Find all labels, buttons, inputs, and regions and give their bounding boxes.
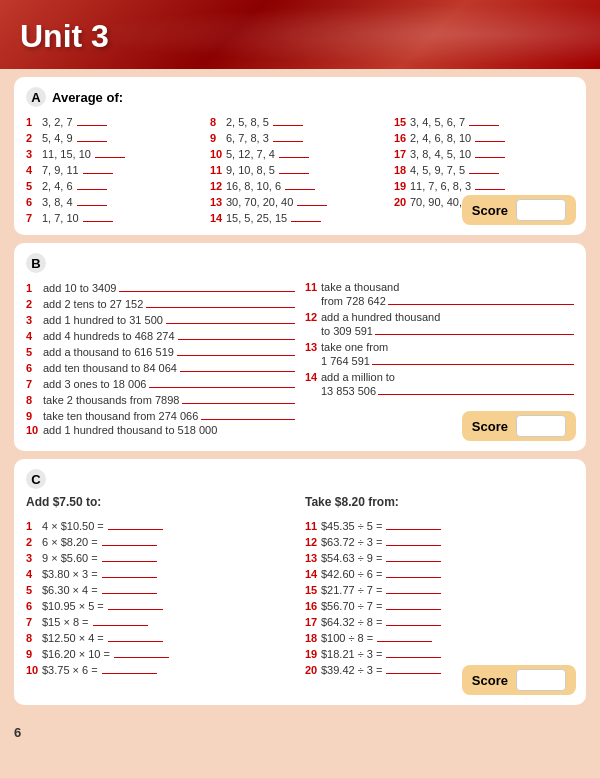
list-item: 63, 8, 4 [26, 193, 206, 209]
section-b-col1: 1add 10 to 3409 2add 2 tens to 27 152 3a… [26, 279, 295, 441]
list-item: 9$16.20 × 10 = [26, 645, 295, 661]
section-c-score: Score [462, 665, 576, 695]
list-item: 12$63.72 ÷ 3 = [305, 533, 574, 549]
list-item: 11take a thousand from 728 642 [305, 281, 574, 307]
list-item: 7add 3 ones to 18 006 [26, 375, 295, 391]
list-item: 47, 9, 11 [26, 161, 206, 177]
score-input-b[interactable] [516, 415, 566, 437]
section-a: A Average of: 13, 2, 7 25, 4, 9 311, 15,… [14, 77, 586, 235]
list-item: 311, 15, 10 [26, 145, 206, 161]
list-item: 6add ten thousand to 84 064 [26, 359, 295, 375]
section-c: C Add $7.50 to: Take $8.20 from: 14 × $1… [14, 459, 586, 705]
page-header: Unit 3 [0, 0, 600, 69]
list-item: 14add a million to 13 853 506 [305, 371, 574, 397]
list-item: 184, 5, 9, 7, 5 [394, 161, 574, 177]
section-c-grid: 14 × $10.50 = 26 × $8.20 = 39 × $5.60 = … [26, 517, 574, 677]
list-item: 26 × $8.20 = [26, 533, 295, 549]
score-label-c: Score [472, 673, 508, 688]
list-item: 15$21.77 ÷ 7 = [305, 581, 574, 597]
page-title: Unit 3 [20, 18, 580, 55]
list-item: 1216, 8, 10, 6 [210, 177, 390, 193]
list-item: 11$45.35 ÷ 5 = [305, 517, 574, 533]
list-item: 5add a thousand to 616 519 [26, 343, 295, 359]
section-a-heading: Average of: [52, 90, 123, 105]
list-item: 13take one from 1 764 591 [305, 341, 574, 367]
list-item: 82, 5, 8, 5 [210, 113, 390, 129]
score-label: Score [472, 203, 508, 218]
list-item: 153, 4, 5, 6, 7 [394, 113, 574, 129]
list-item: 1415, 5, 25, 15 [210, 209, 390, 225]
list-item: 16$56.70 ÷ 7 = [305, 597, 574, 613]
section-b-header: B [26, 253, 574, 273]
section-c-header: C [26, 469, 574, 489]
section-a-label: A [26, 87, 46, 107]
section-a-header: A Average of: [26, 87, 574, 107]
list-item: 13, 2, 7 [26, 113, 206, 129]
list-item: 71, 7, 10 [26, 209, 206, 225]
list-item: 9take ten thousand from 274 066 [26, 407, 295, 423]
list-item: 105, 12, 7, 4 [210, 145, 390, 161]
list-item: 5$6.30 × 4 = [26, 581, 295, 597]
score-input-c[interactable] [516, 669, 566, 691]
section-b: B 1add 10 to 3409 2add 2 tens to 27 152 … [14, 243, 586, 451]
section-c-col1-title: Add $7.50 to: [26, 495, 295, 509]
section-a-col1: 13, 2, 7 25, 4, 9 311, 15, 10 47, 9, 11 … [26, 113, 206, 225]
section-a-col2: 82, 5, 8, 5 96, 7, 8, 3 105, 12, 7, 4 11… [210, 113, 390, 225]
list-item: 162, 4, 6, 8, 10 [394, 129, 574, 145]
list-item: 8take 2 thousands from 7898 [26, 391, 295, 407]
list-item: 10$3.75 × 6 = [26, 661, 295, 677]
score-input-a[interactable] [516, 199, 566, 221]
list-item: 52, 4, 6 [26, 177, 206, 193]
section-c-col2-title: Take $8.20 from: [305, 495, 574, 509]
list-item: 1911, 7, 6, 8, 3 [394, 177, 574, 193]
list-item: 18$100 ÷ 8 = [305, 629, 574, 645]
section-c-label: C [26, 469, 46, 489]
page-number: 6 [0, 721, 600, 746]
list-item: 4$3.80 × 3 = [26, 565, 295, 581]
score-label-b: Score [472, 419, 508, 434]
section-b-label: B [26, 253, 46, 273]
list-item: 2add 2 tens to 27 152 [26, 295, 295, 311]
list-item: 13$54.63 ÷ 9 = [305, 549, 574, 565]
section-a-score: Score [462, 195, 576, 225]
list-item: 1330, 70, 20, 40 [210, 193, 390, 209]
section-c-col1: 14 × $10.50 = 26 × $8.20 = 39 × $5.60 = … [26, 517, 295, 677]
list-item: 14 × $10.50 = [26, 517, 295, 533]
list-item: 3add 1 hundred to 31 500 [26, 311, 295, 327]
section-c-col2: 11$45.35 ÷ 5 = 12$63.72 ÷ 3 = 13$54.63 ÷… [305, 517, 574, 677]
list-item: 17$64.32 ÷ 8 = [305, 613, 574, 629]
list-item: 12add a hundred thousand to 309 591 [305, 311, 574, 337]
list-item: 39 × $5.60 = [26, 549, 295, 565]
section-b-score: Score [462, 411, 576, 441]
list-item: 8$12.50 × 4 = [26, 629, 295, 645]
list-item: 7$15 × 8 = [26, 613, 295, 629]
list-item: 19$18.21 ÷ 3 = [305, 645, 574, 661]
list-item: 119, 10, 8, 5 [210, 161, 390, 177]
list-item: 6$10.95 × 5 = [26, 597, 295, 613]
list-item: 1add 10 to 3409 [26, 279, 295, 295]
list-item: 14$42.60 ÷ 6 = [305, 565, 574, 581]
list-item: 173, 8, 4, 5, 10 [394, 145, 574, 161]
section-c-header-row: Add $7.50 to: Take $8.20 from: [26, 495, 574, 513]
list-item: 25, 4, 9 [26, 129, 206, 145]
list-item: 10add 1 hundred thousand to 518 000 [26, 423, 295, 437]
list-item: 96, 7, 8, 3 [210, 129, 390, 145]
list-item: 4add 4 hundreds to 468 274 [26, 327, 295, 343]
